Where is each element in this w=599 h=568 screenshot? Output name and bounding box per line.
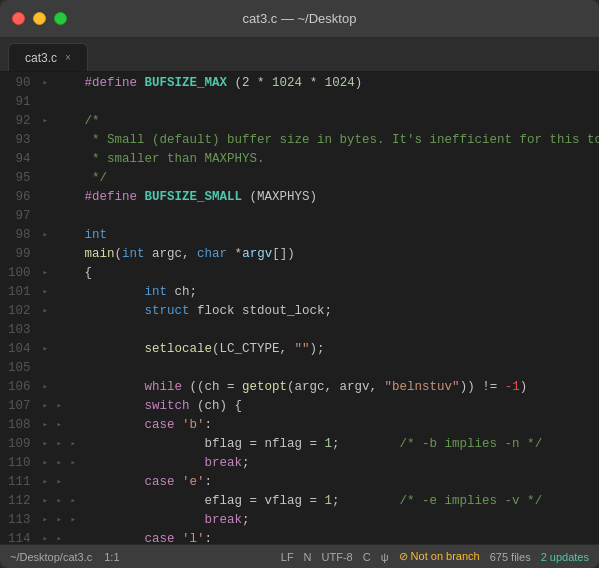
code-token: "belnstuv" [385, 378, 460, 397]
code-token: * smaller than MAXPHYS. [85, 150, 265, 169]
code-token: * [257, 74, 265, 93]
traffic-lights [12, 12, 67, 25]
fold-arrow-icon [71, 416, 85, 435]
code-token: )) != [460, 378, 505, 397]
code-token [85, 378, 145, 397]
code-token: struct [145, 302, 190, 321]
fold-arrow-icon [71, 169, 85, 188]
code-token: flock stdout_lock; [190, 302, 333, 321]
fold-arrow-icon: ▸ [71, 454, 85, 473]
code-token [85, 454, 205, 473]
line-number: 110 [8, 454, 31, 473]
fold-arrow-icon [71, 131, 85, 150]
fold-arrow-icon: ▸ [43, 74, 57, 93]
fold-arrow-icon [43, 245, 57, 264]
fold-arrow-icon [71, 283, 85, 302]
code-token: argc, [145, 245, 198, 264]
maximize-button[interactable] [54, 12, 67, 25]
close-button[interactable] [12, 12, 25, 25]
code-token: : [205, 530, 213, 544]
code-token: ; [332, 435, 340, 454]
fold-arrow-icon: ▸ [43, 416, 57, 435]
code-token: (ch) { [190, 397, 243, 416]
code-token: { [85, 264, 93, 283]
tab-close-button[interactable]: × [65, 52, 71, 63]
fold-arrow-icon: ▸ [57, 530, 71, 544]
code-token: ) [520, 378, 528, 397]
fold-arrow-icon: ▸ [43, 112, 57, 131]
line-number: 108 [8, 416, 31, 435]
code-token: ch; [167, 283, 197, 302]
fold-arrow-icon: ▸ [43, 264, 57, 283]
fold-arrow-icon [57, 150, 71, 169]
fold-arrow-icon [43, 169, 57, 188]
table-row: ▸▸▸ eflag = vflag = 1; /* -e implies -v … [43, 492, 591, 511]
fold-arrow-icon [57, 340, 71, 359]
fold-arrow-icon [57, 378, 71, 397]
code-token: while [145, 378, 183, 397]
fold-arrow-icon [71, 321, 85, 340]
line-number: 106 [8, 378, 31, 397]
code-token [302, 74, 310, 93]
code-token [265, 74, 273, 93]
code-token: case [145, 473, 175, 492]
table-row: #define BUFSIZE_SMALL (MAXPHYS) [43, 188, 591, 207]
table-row: ▸ { [43, 264, 591, 283]
fold-arrow-icon [57, 359, 71, 378]
code-token: break [205, 454, 243, 473]
code-token [85, 302, 145, 321]
code-token: ((ch = [182, 378, 242, 397]
code-token: BUFSIZE_MAX [145, 74, 228, 93]
titlebar: cat3.c — ~/Desktop [0, 0, 599, 38]
code-token [227, 245, 235, 264]
table-row: ▸ #define BUFSIZE_MAX (2 * 1024 * 1024) [43, 74, 591, 93]
fold-arrow-icon [71, 93, 85, 112]
code-token: "" [295, 340, 310, 359]
fold-arrow-icon: ▸ [43, 454, 57, 473]
tab-cat3[interactable]: cat3.c × [8, 43, 88, 71]
table-row: ▸ struct flock stdout_lock; [43, 302, 591, 321]
code-token: * Small (default) buffer size in bytes. … [85, 131, 599, 150]
minimize-button[interactable] [33, 12, 46, 25]
table-row: ▸▸▸ break; [43, 454, 591, 473]
code-token [85, 530, 145, 544]
fold-arrow-icon: ▸ [57, 397, 71, 416]
fold-arrow-icon: ▸ [71, 511, 85, 530]
table-row: ▸ int [43, 226, 591, 245]
line-number: 98 [8, 226, 31, 245]
status-path: ~/Desktop/cat3.c [10, 551, 92, 563]
code-content: 9091929394959697989910010110210310410510… [0, 72, 599, 544]
fold-arrow-icon: ▸ [57, 511, 71, 530]
code-token: (MAXPHYS) [242, 188, 317, 207]
fold-arrow-icon [43, 207, 57, 226]
code-token: case [145, 416, 175, 435]
status-right: LF N UTF-8 C ψ ⊘ Not on branch 675 files… [281, 550, 589, 563]
status-encoding: UTF-8 [322, 551, 353, 563]
fold-arrow-icon [71, 302, 85, 321]
code-token: : [205, 416, 213, 435]
fold-arrow-icon: ▸ [71, 435, 85, 454]
status-lf: LF [281, 551, 294, 563]
fold-arrow-icon [71, 112, 85, 131]
fold-arrow-icon: ▸ [43, 530, 57, 544]
table-row [43, 207, 591, 226]
line-number: 101 [8, 283, 31, 302]
line-number: 99 [8, 245, 31, 264]
fold-arrow-icon: ▸ [43, 340, 57, 359]
status-lang: C [363, 551, 371, 563]
code-token: ; [242, 454, 250, 473]
code-token: (2 [227, 74, 257, 93]
fold-arrow-icon: ▸ [43, 226, 57, 245]
fold-arrow-icon [71, 150, 85, 169]
fold-arrow-icon [57, 245, 71, 264]
fold-arrow-icon [57, 112, 71, 131]
code-token: eflag = vflag = [85, 492, 325, 511]
code-token: #define [85, 188, 145, 207]
line-number: 113 [8, 511, 31, 530]
table-row [43, 93, 591, 112]
fold-arrow-icon [57, 207, 71, 226]
code-token [85, 397, 145, 416]
status-psi: ψ [381, 551, 389, 563]
fold-arrow-icon [43, 131, 57, 150]
fold-arrow-icon [57, 131, 71, 150]
